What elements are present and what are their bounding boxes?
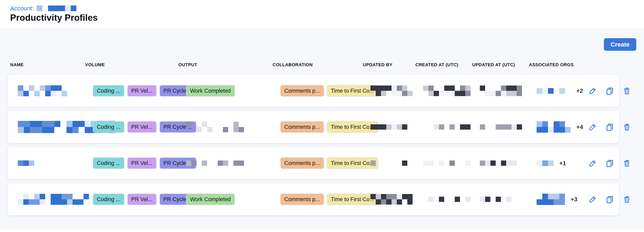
tag-pr-velocity: PR Vel... [127,121,157,133]
redacted-pixels [536,160,554,166]
redacted-pixels [370,85,412,96]
created-at-redacted [423,197,470,202]
duplicate-button[interactable] [605,85,615,96]
collaboration-tags: Comments p... Time to First Co... [280,121,378,133]
redacted-pixels [186,122,244,132]
duplicate-button[interactable] [605,194,615,205]
breadcrumb: Account: [10,5,76,12]
account-name-redacted[interactable] [37,6,76,11]
redacted-pixels [423,124,470,130]
row-actions [588,85,632,96]
account-label: Account: [10,5,34,12]
column-header-updated-at: UPDATED AT (UTC) [472,62,515,67]
redacted-pixels [18,161,34,166]
tag-coding: Coding ... [93,194,124,205]
trash-icon [622,123,631,132]
output-tags: Work Completed [186,194,235,205]
collaboration-tags: Comments p... Time to First Co... [280,194,378,205]
edit-button[interactable] [588,194,598,205]
edit-button[interactable] [588,85,598,96]
delete-button[interactable] [622,158,632,169]
pencil-icon [588,86,597,95]
redacted-pixels [423,161,470,166]
copy-icon [605,86,614,95]
trash-icon [622,159,631,168]
redacted-pixels [423,85,470,96]
redacted-pixels [370,194,412,205]
profile-name-redacted [18,194,94,205]
redacted-pixels [18,194,94,205]
output-redacted [186,122,244,132]
updated-by-redacted [370,194,412,205]
collaboration-tags: Comments p... Time to First Co... [280,85,378,97]
tag-work-completed: Work Completed [186,85,235,97]
orgs-more-count: +2 [576,87,583,94]
volume-tags: Coding ... PR Vel... PR Cycle ... [93,121,196,133]
pencil-icon [588,123,597,132]
volume-tags: Coding ... PR Vel... PR Cycle ... [93,85,196,97]
orgs-more-count: +4 [576,124,583,131]
table-row: Coding ... PR Vel... PR Cycle ... Work C… [8,75,619,107]
copy-icon [605,195,614,204]
pencil-icon [588,195,597,204]
associated-orgs: +4 [536,121,583,133]
created-at-redacted [423,161,470,166]
profile-name-redacted [18,161,34,166]
table-row: Coding ... PR Vel... PR Cycle ... Work C… [8,183,619,215]
tag-coding: Coding ... [93,157,124,169]
tag-comments: Comments p... [280,157,324,169]
redacted-pixels [536,88,571,94]
updated-by-redacted [370,161,412,166]
column-header-name: NAME [10,62,24,67]
updated-at-redacted [480,85,522,96]
trash-icon [622,195,631,204]
column-header-volume: VOLUME [85,62,105,67]
column-header-updated-by: UPDATED BY [363,62,392,67]
edit-button[interactable] [588,122,598,133]
column-header-created-at: CREATED AT (UTC) [416,62,458,67]
tag-coding: Coding ... [93,85,124,97]
delete-button[interactable] [622,122,632,133]
profile-name-redacted [18,85,67,96]
copy-icon [605,123,614,132]
page-title: Productivity Profiles [10,13,98,23]
created-at-redacted [423,85,470,96]
redacted-pixels [480,197,512,202]
orgs-more-count: +1 [559,160,566,167]
associated-orgs: +1 [536,160,566,167]
collaboration-tags: Comments p... Time to First Co... [280,157,378,169]
column-header-collaboration: COLLABORATION [272,62,313,67]
updated-at-redacted [480,124,522,130]
delete-button[interactable] [622,194,632,205]
column-header-output: OUTPUT [178,62,197,67]
output-redacted [186,161,244,166]
tag-coding: Coding ... [93,121,124,133]
redacted-pixels [370,124,412,130]
pencil-icon [588,159,597,168]
tag-pr-velocity: PR Vel... [127,194,157,205]
volume-tags: Coding ... PR Vel... PR Cycle ... [93,157,196,169]
created-at-redacted [423,124,470,130]
trash-icon [622,86,631,95]
create-button[interactable]: Create [604,38,636,51]
volume-tags: Coding ... PR Vel... PR Cycle ... [93,194,196,205]
redacted-pixels [536,121,571,133]
copy-icon [605,159,614,168]
duplicate-button[interactable] [605,158,615,169]
updated-by-redacted [370,124,412,130]
tag-comments: Comments p... [280,194,324,205]
redacted-pixels [536,194,565,205]
redacted-pixels [480,124,522,130]
column-header-associated-orgs: ASSOCIATED ORGS [529,62,574,67]
tag-pr-velocity: PR Vel... [127,157,157,169]
tag-work-completed: Work Completed [186,194,235,205]
row-actions [588,194,632,205]
edit-button[interactable] [588,158,598,169]
page-header: Account: Productivity Profiles [0,0,644,29]
orgs-more-count: +3 [571,196,577,203]
row-actions [588,158,632,169]
updated-at-redacted [480,197,512,202]
redacted-pixels [423,197,470,202]
delete-button[interactable] [622,85,632,96]
duplicate-button[interactable] [605,122,615,133]
